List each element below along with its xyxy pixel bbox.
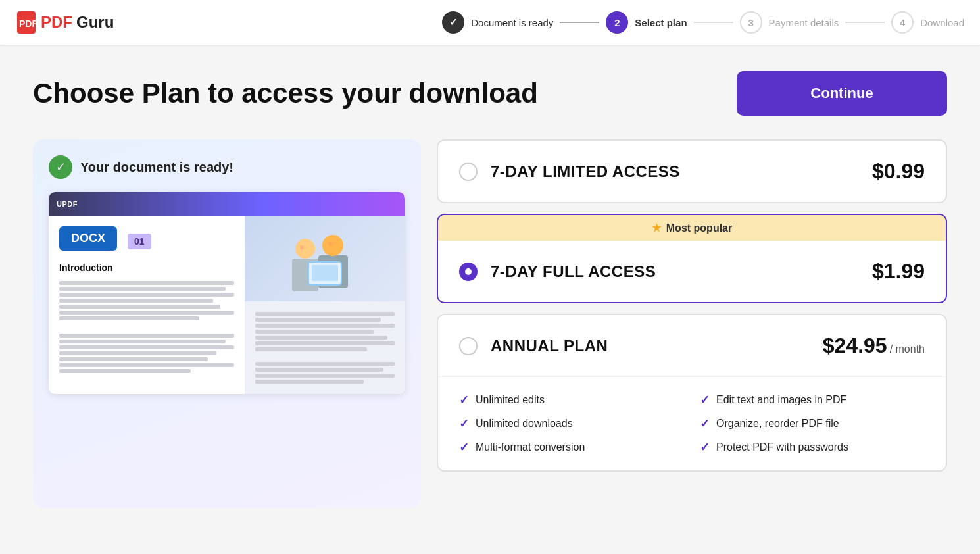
plan-limited-radio[interactable] <box>459 163 478 181</box>
logo: PDF PDF Guru <box>16 10 114 35</box>
main-content: Choose Plan to access your download Cont… <box>0 45 980 534</box>
plan-full-radio[interactable] <box>459 263 478 281</box>
feature-item: ✓ Multi-format conversion <box>459 440 684 455</box>
step-line-3 <box>845 22 885 23</box>
docx-badge: DOCX <box>59 226 117 251</box>
logo-guru: Guru <box>76 13 114 32</box>
text-line <box>255 374 395 378</box>
plan-limited[interactable]: 7-DAY LIMITED ACCESS $0.99 <box>437 139 947 203</box>
pricing-area: 7-DAY LIMITED ACCESS $0.99 ★ Most popula… <box>437 139 947 508</box>
step-2-circle: 2 <box>606 11 628 34</box>
radio-inner <box>465 268 472 275</box>
step-2-label: Select plan <box>635 17 687 28</box>
plan-full[interactable]: 7-DAY FULL ACCESS $1.99 <box>438 241 946 302</box>
feature-check-icon: ✓ <box>459 393 469 407</box>
text-line <box>59 340 226 343</box>
content-area: ✓ Your document is ready! UPDF DOCX 01 I… <box>33 139 947 508</box>
text-line <box>59 351 216 355</box>
most-popular-label: Most popular <box>666 222 732 234</box>
check-circle-icon: ✓ <box>49 155 72 179</box>
text-line <box>255 336 387 340</box>
feature-item: ✓ Unlimited edits <box>459 393 684 407</box>
page-header: Choose Plan to access your download Cont… <box>33 71 947 116</box>
feature-label: Organize, reorder PDF file <box>716 418 839 430</box>
text-line <box>59 305 220 309</box>
step-2: 2 Select plan <box>606 11 687 34</box>
text-line <box>59 287 226 291</box>
plan-annual-price: $24.95 <box>823 334 887 358</box>
plan-annual-left: ANNUAL PLAN <box>459 337 608 355</box>
plan-annual-wrapper: ANNUAL PLAN $24.95 / month ✓ Unlimited e… <box>437 314 947 472</box>
stepper: ✓ Document is ready 2 Select plan 3 Paym… <box>442 11 964 34</box>
doc-intro-label: Introduction <box>59 263 234 273</box>
text-line <box>59 363 234 367</box>
doc-left-panel: DOCX 01 Introduction <box>49 216 245 394</box>
doc-toolbar-label: UPDF <box>57 200 78 208</box>
people-illustration-svg <box>279 219 371 298</box>
text-line <box>59 369 191 373</box>
text-line <box>255 362 395 366</box>
plan-full-price: $1.99 <box>872 259 925 284</box>
text-line <box>59 293 234 297</box>
svg-point-3 <box>295 239 315 259</box>
plan-full-wrapper: ★ Most popular 7-DAY FULL ACCESS $1.99 <box>437 214 947 303</box>
step-line-1 <box>560 22 599 23</box>
doc-card: UPDF DOCX 01 Introduction <box>49 192 405 394</box>
feature-item: ✓ Organize, reorder PDF file <box>700 416 925 431</box>
feature-item: ✓ Edit text and images in PDF <box>700 393 925 407</box>
text-line <box>255 341 395 345</box>
feature-item: ✓ Unlimited downloads <box>459 416 684 431</box>
doc-ready-banner: ✓ Your document is ready! <box>49 155 405 179</box>
svg-rect-7 <box>312 265 338 281</box>
step-1-circle: ✓ <box>442 11 464 34</box>
text-line <box>59 345 234 349</box>
text-line <box>59 334 234 338</box>
step-3: 3 Payment details <box>740 11 839 34</box>
text-line <box>255 318 381 322</box>
feature-item: ✓ Protect PDF with passwords <box>700 440 925 455</box>
logo-pdf: PDF <box>41 13 72 32</box>
plan-annual[interactable]: ANNUAL PLAN $24.95 / month <box>438 315 946 376</box>
header: PDF PDF Guru ✓ Document is ready 2 Selec… <box>0 0 980 45</box>
doc-illustration <box>245 216 405 301</box>
text-line <box>59 311 234 315</box>
step-1: ✓ Document is ready <box>442 11 553 34</box>
plan-annual-name: ANNUAL PLAN <box>491 337 608 355</box>
text-line <box>255 380 364 384</box>
doc-right-panel <box>245 216 405 394</box>
star-icon: ★ <box>652 222 661 234</box>
plan-limited-name: 7-DAY LIMITED ACCESS <box>491 163 680 181</box>
step-3-circle: 3 <box>740 11 762 34</box>
most-popular-bar: ★ Most popular <box>438 215 946 241</box>
plan-full-name: 7-DAY FULL ACCESS <box>491 263 656 281</box>
doc-body: DOCX 01 Introduction <box>49 216 405 394</box>
text-line <box>255 312 395 316</box>
feature-check-icon: ✓ <box>700 440 710 455</box>
features-grid: ✓ Unlimited edits ✓ Edit text and images… <box>438 376 946 470</box>
text-line <box>59 281 234 285</box>
document-preview: ✓ Your document is ready! UPDF DOCX 01 I… <box>33 139 421 508</box>
feature-label: Unlimited downloads <box>476 418 573 430</box>
doc-ready-text: Your document is ready! <box>80 160 233 175</box>
text-line <box>255 330 374 334</box>
plan-annual-radio[interactable] <box>459 337 478 355</box>
svg-text:PDF: PDF <box>19 18 37 29</box>
svg-point-9 <box>328 242 332 246</box>
doc-right-text <box>245 301 405 394</box>
logo-icon: PDF <box>16 10 37 35</box>
step-4-label: Download <box>920 17 964 28</box>
feature-check-icon: ✓ <box>700 416 710 431</box>
text-line <box>255 347 367 351</box>
text-line <box>255 368 383 372</box>
feature-check-icon: ✓ <box>459 440 469 455</box>
step-1-label: Document is ready <box>471 17 553 28</box>
feature-check-icon: ✓ <box>700 393 710 407</box>
text-line <box>255 324 395 328</box>
continue-button[interactable]: Continue <box>737 71 947 116</box>
svg-point-5 <box>322 235 343 256</box>
plan-annual-price-container: $24.95 / month <box>823 334 925 358</box>
step-3-label: Payment details <box>769 17 839 28</box>
plan-limited-left: 7-DAY LIMITED ACCESS <box>459 163 680 181</box>
plan-annual-price-suffix: / month <box>890 343 925 355</box>
doc-text-lines <box>59 281 234 373</box>
